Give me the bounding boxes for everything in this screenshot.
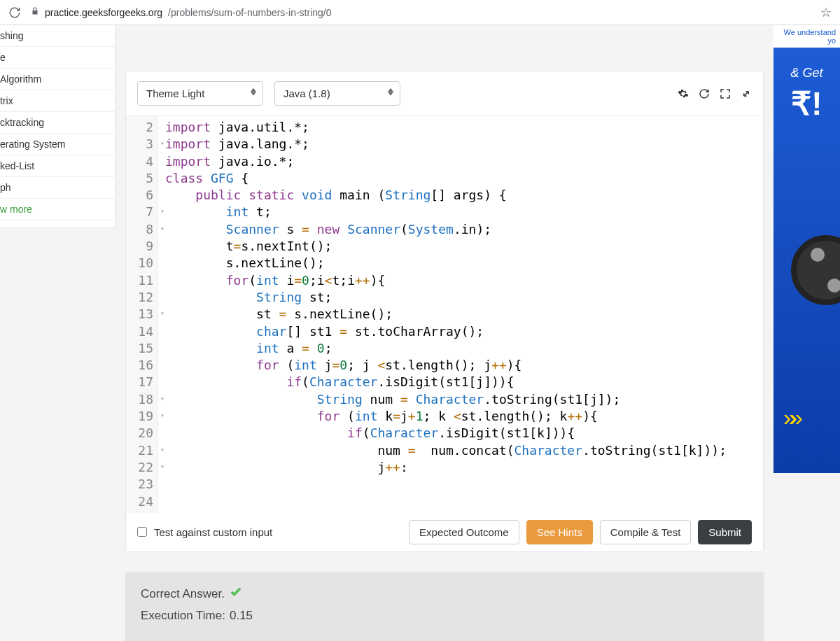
editor-toolbar: Theme Light Java (1.8) bbox=[126, 71, 763, 115]
reset-code-icon[interactable] bbox=[699, 88, 710, 99]
submission-result-panel: Correct Answer. Execution Time:0.15 Next… bbox=[125, 572, 764, 641]
advertisement-banner[interactable]: We understand yo & Get ₹! »» bbox=[774, 25, 840, 473]
expand-icon[interactable] bbox=[741, 88, 752, 99]
checkmark-icon bbox=[229, 586, 243, 603]
topic-sidebar: shingeAlgorithmtrixcktrackingerating Sys… bbox=[0, 25, 115, 228]
bookmark-star-icon[interactable]: ☆ bbox=[820, 5, 832, 20]
fullscreen-icon[interactable] bbox=[720, 88, 731, 99]
ad-tagline: We understand yo bbox=[774, 25, 840, 48]
code-content[interactable]: import java.util.*;import java.lang.*;im… bbox=[158, 116, 763, 513]
film-reel-icon bbox=[791, 235, 840, 305]
sidebar-item[interactable]: ked-List bbox=[0, 155, 115, 177]
expected-outcome-button[interactable]: Expected Outcome bbox=[409, 520, 519, 544]
sidebar-item[interactable]: e bbox=[0, 47, 115, 69]
sidebar-item[interactable]: ph bbox=[0, 177, 115, 199]
see-hints-button[interactable]: See Hints bbox=[526, 520, 593, 544]
url-field[interactable]: practice.geeksforgeeks.org/problems/sum-… bbox=[28, 7, 813, 18]
sidebar-item[interactable]: trix bbox=[0, 90, 115, 112]
reload-icon[interactable] bbox=[8, 6, 21, 19]
url-domain: practice.geeksforgeeks.org bbox=[45, 7, 162, 18]
code-editor[interactable]: 23456789101112131415161718192021222324 i… bbox=[126, 115, 763, 513]
correct-answer-text: Correct Answer. bbox=[141, 587, 225, 601]
sidebar-item[interactable]: shing bbox=[0, 25, 115, 47]
settings-gear-icon[interactable] bbox=[678, 88, 689, 99]
sidebar-show-more[interactable]: w more bbox=[0, 199, 115, 220]
ad-rupee-text: ₹! bbox=[774, 85, 840, 122]
chevron-right-icon: »» bbox=[783, 404, 796, 431]
sidebar-item[interactable]: erating System bbox=[0, 134, 115, 155]
browser-address-bar: practice.geeksforgeeks.org/problems/sum-… bbox=[0, 0, 840, 25]
custom-input-toggle[interactable]: Test against custom input bbox=[137, 526, 272, 538]
url-path: /problems/sum-of-numbers-in-string/0 bbox=[168, 7, 331, 18]
code-editor-panel: Theme Light Java (1.8) bbox=[125, 71, 764, 552]
sidebar-item[interactable]: Algorithm bbox=[0, 69, 115, 90]
custom-input-label: Test against custom input bbox=[154, 526, 272, 538]
line-number-gutter: 23456789101112131415161718192021222324 bbox=[126, 116, 158, 513]
execution-time-label: Execution Time: bbox=[141, 609, 225, 623]
ad-get-text: & Get bbox=[774, 66, 840, 80]
execution-time-value: 0.15 bbox=[230, 609, 253, 623]
editor-action-row: Test against custom input Expected Outco… bbox=[126, 513, 763, 551]
sidebar-item[interactable]: cktracking bbox=[0, 112, 115, 134]
submit-button[interactable]: Submit bbox=[698, 520, 752, 544]
compile-test-button[interactable]: Compile & Test bbox=[600, 520, 692, 544]
theme-select[interactable]: Theme Light bbox=[137, 81, 263, 106]
lock-icon bbox=[31, 7, 39, 17]
language-select[interactable]: Java (1.8) bbox=[274, 81, 400, 106]
custom-input-checkbox[interactable] bbox=[137, 527, 147, 537]
